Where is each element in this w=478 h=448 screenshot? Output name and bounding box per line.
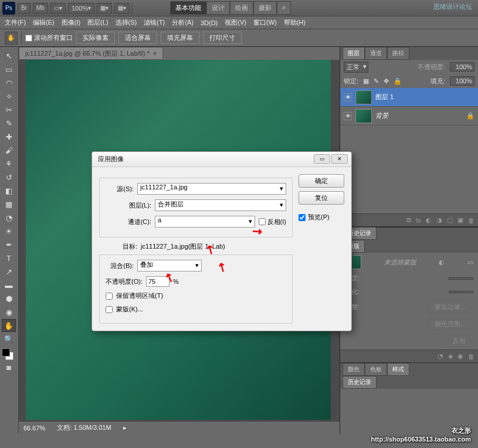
visibility-icon[interactable]: 👁 (344, 112, 352, 120)
dodge-tool[interactable]: ☀ (2, 225, 16, 237)
pixel-mask-icon[interactable]: ◐ (439, 259, 445, 266)
menu-select[interactable]: 选择(S) (116, 18, 137, 27)
link-icon[interactable]: ⧉ (406, 216, 411, 224)
menu-edit[interactable]: 编辑(E) (33, 18, 55, 27)
shape-tool[interactable]: ▬ (2, 279, 16, 291)
eyedropper-tool[interactable]: ✎ (2, 117, 16, 130)
brush-tool[interactable]: 🖌 (2, 144, 16, 157)
layer-select[interactable]: 合并图层 (155, 199, 286, 211)
menu-analysis[interactable]: 分析(A) (172, 18, 194, 27)
history-brush-tool[interactable]: ↺ (2, 171, 16, 184)
feather-input[interactable] (449, 291, 473, 293)
3d-camera-tool[interactable]: ◉ (2, 306, 16, 318)
color-swatch[interactable] (2, 348, 13, 360)
quickmask-tool[interactable]: ◙ (2, 361, 16, 374)
dialog-close-button[interactable]: ✕ (331, 154, 348, 164)
trash-icon[interactable]: 🗑 (468, 217, 474, 224)
marquee-tool[interactable]: ▭ (2, 63, 16, 76)
layer-thumbnail[interactable] (355, 90, 372, 104)
fill-screen-button[interactable]: 填充屏幕 (161, 32, 199, 44)
folder-icon[interactable]: ▢ (447, 216, 453, 224)
channel-select[interactable]: a (155, 216, 255, 228)
tab-swatches[interactable]: 色板 (365, 363, 387, 376)
layer-name[interactable]: 背景 (375, 111, 388, 120)
fit-screen-button[interactable]: 适合屏幕 (118, 32, 157, 44)
layer-thumbnail[interactable] (355, 109, 372, 123)
new-layer-icon[interactable]: ▣ (457, 216, 463, 224)
lock-move-icon[interactable]: ✥ (384, 77, 389, 85)
invert-mask-button[interactable]: 反相 (445, 335, 473, 347)
ws-tab-more[interactable]: » (277, 1, 291, 15)
apply-mask-icon[interactable]: ◈ (448, 352, 453, 360)
zoom-tool[interactable]: 🔍 (2, 332, 16, 345)
heal-tool[interactable]: ✚ (2, 130, 16, 143)
vector-mask-icon[interactable]: ▭ (467, 259, 473, 266)
document-tab[interactable]: jc111227_1a.jpg @ 66.7% (图层 1, Lab/8) *× (19, 47, 163, 60)
tab-history-2[interactable]: 历史记录 (343, 376, 377, 389)
actual-pixels-button[interactable]: 实际像素 (76, 32, 115, 44)
menu-window[interactable]: 窗口(W) (253, 18, 277, 27)
tab-styles[interactable]: 样式 (387, 363, 409, 376)
layer-opacity-input[interactable]: 100% (450, 62, 474, 72)
blur-tool[interactable]: ◔ (2, 211, 16, 224)
type-tool[interactable]: T (2, 252, 16, 264)
stamp-tool[interactable]: ⚘ (2, 157, 16, 170)
adjustment-icon[interactable]: ◑ (436, 216, 442, 224)
invert-checkbox[interactable]: 反相(I) (259, 218, 286, 226)
delete-mask-icon[interactable]: 🗑 (468, 353, 474, 360)
eraser-tool[interactable]: ◧ (2, 184, 16, 197)
extras-button[interactable]: ▦▾ (114, 3, 130, 13)
screen-mode-button[interactable]: ▭▾ (50, 3, 66, 13)
crop-tool[interactable]: ✂ (2, 103, 16, 116)
dialog-help-button[interactable]: ▭ (314, 154, 330, 164)
fill-input[interactable]: 100% (450, 76, 474, 86)
tab-layers[interactable]: 图层 (343, 47, 365, 60)
status-zoom[interactable]: 66.67% (23, 425, 45, 432)
menu-view[interactable]: 视图(V) (225, 18, 246, 27)
menu-3d[interactable]: 3D(D) (201, 19, 218, 26)
lasso-tool[interactable]: ◠ (2, 76, 16, 89)
arrange-button[interactable]: ▦▾ (97, 3, 112, 13)
mask-icon[interactable]: ◐ (426, 216, 432, 224)
lock-pixels-icon[interactable]: ▦ (363, 77, 369, 85)
blend-mode-select[interactable]: 正常 (344, 62, 368, 73)
close-tab-icon[interactable]: × (153, 50, 157, 57)
lock-all-icon[interactable]: 🔒 (394, 77, 402, 85)
menu-image[interactable]: 图像(I) (62, 18, 80, 27)
reset-button[interactable]: 复位 (299, 191, 344, 205)
color-range-button[interactable]: 颜色范围... (427, 318, 473, 330)
br-button[interactable]: Br (18, 3, 30, 13)
density-input[interactable] (449, 277, 473, 280)
pen-tool[interactable]: ✒ (2, 238, 16, 251)
visibility-icon[interactable]: 👁 (344, 93, 352, 101)
print-size-button[interactable]: 打印尺寸 (203, 32, 242, 44)
mask-checkbox[interactable]: 蒙版(K)... (106, 305, 286, 314)
preserve-transparency-checkbox[interactable]: 保留透明区域(T) (106, 291, 286, 300)
disable-mask-icon[interactable]: ◉ (457, 352, 463, 360)
lock-brush-icon[interactable]: ✎ (374, 77, 379, 85)
dialog-titlebar[interactable]: 应用图像 ▭ ✕ (92, 152, 351, 167)
ws-tab-basic[interactable]: 基本功能 (170, 1, 206, 15)
wand-tool[interactable]: ✧ (2, 90, 16, 103)
tab-paths[interactable]: 路径 (387, 47, 409, 60)
status-doc-size[interactable]: 文档: 1.50M/3.01M (57, 423, 111, 432)
tab-color[interactable]: 颜色 (343, 363, 365, 376)
menu-layer[interactable]: 图层(L) (87, 18, 108, 27)
path-tool[interactable]: ↗ (2, 265, 16, 278)
layer-row[interactable]: 👁 图层 1 (340, 88, 478, 107)
mask-edge-button[interactable]: 蒙版边缘... (427, 301, 473, 313)
source-select[interactable]: jc111227_1a.jpg (137, 183, 286, 195)
hand-tool-icon[interactable]: ✋ (5, 32, 18, 45)
mb-button[interactable]: Mb (33, 3, 48, 13)
menu-file[interactable]: 文件(F) (5, 18, 26, 27)
ws-tab-paint[interactable]: 绘画 (230, 1, 253, 15)
menu-help[interactable]: 帮助(H) (284, 18, 306, 27)
scroll-all-checkbox[interactable]: 滚动所有窗口 (25, 33, 73, 42)
tab-channels[interactable]: 通道 (365, 47, 387, 60)
3d-tool[interactable]: ⬢ (2, 292, 16, 305)
gradient-tool[interactable]: ▦ (2, 198, 16, 211)
hand-tool[interactable]: ✋ (2, 319, 16, 332)
move-tool[interactable]: ↖ (2, 49, 16, 62)
ws-tab-design[interactable]: 设计 (206, 1, 230, 15)
ok-button[interactable]: 确定 (299, 174, 344, 188)
